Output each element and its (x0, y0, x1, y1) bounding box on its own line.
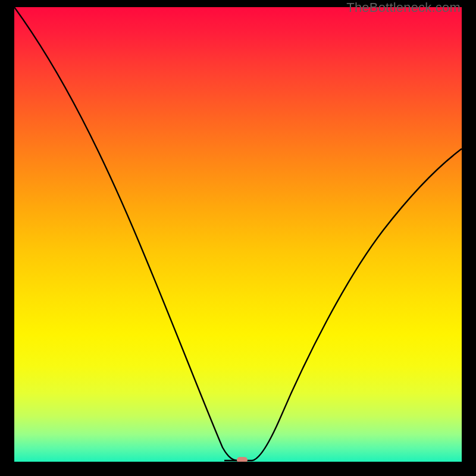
minimum-marker (237, 457, 248, 462)
bottleneck-curve (14, 7, 462, 462)
plot-area (14, 7, 462, 462)
curve-left-branch (14, 7, 238, 461)
curve-right-branch (252, 149, 462, 461)
chart-frame: TheBottleneck.com (0, 0, 476, 476)
